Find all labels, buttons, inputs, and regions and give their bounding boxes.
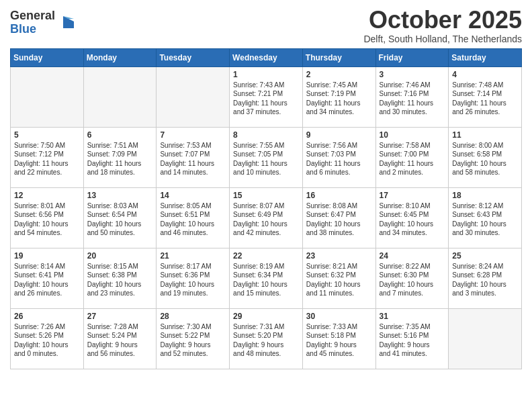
- calendar-cell: 7Sunrise: 7:53 AM Sunset: 7:07 PM Daylig…: [157, 127, 230, 187]
- day-info: Sunrise: 7:50 AM Sunset: 7:12 PM Dayligh…: [14, 141, 80, 177]
- header-thursday: Thursday: [302, 48, 375, 66]
- day-number: 31: [380, 312, 445, 321]
- day-info: Sunrise: 8:05 AM Sunset: 6:51 PM Dayligh…: [160, 201, 226, 238]
- day-info: Sunrise: 7:55 AM Sunset: 7:05 PM Dayligh…: [233, 141, 299, 177]
- calendar-cell: 15Sunrise: 8:07 AM Sunset: 6:49 PM Dayli…: [230, 187, 303, 248]
- day-info: Sunrise: 7:33 AM Sunset: 5:18 PM Dayligh…: [306, 322, 372, 359]
- day-number: 26: [14, 312, 80, 321]
- calendar-table: Sunday Monday Tuesday Wednesday Thursday…: [10, 48, 522, 369]
- calendar-cell: [449, 308, 522, 369]
- calendar-cell: 18Sunrise: 8:12 AM Sunset: 6:43 PM Dayli…: [449, 187, 522, 248]
- calendar-cell: 30Sunrise: 7:33 AM Sunset: 5:18 PM Dayli…: [302, 308, 375, 369]
- day-number: 7: [160, 130, 226, 140]
- day-number: 15: [233, 191, 299, 200]
- calendar-cell: 11Sunrise: 8:00 AM Sunset: 6:58 PM Dayli…: [449, 127, 522, 187]
- day-info: Sunrise: 8:15 AM Sunset: 6:38 PM Dayligh…: [87, 262, 153, 298]
- day-number: 21: [160, 251, 226, 261]
- logo: General Blue: [10, 9, 75, 36]
- header-friday: Friday: [375, 48, 449, 66]
- logo-blue: Blue: [10, 23, 55, 36]
- day-info: Sunrise: 7:46 AM Sunset: 7:16 PM Dayligh…: [380, 81, 445, 117]
- calendar-cell: 17Sunrise: 8:10 AM Sunset: 6:45 PM Dayli…: [375, 187, 449, 248]
- day-info: Sunrise: 8:22 AM Sunset: 6:30 PM Dayligh…: [380, 262, 445, 298]
- calendar-week-4: 26Sunrise: 7:26 AM Sunset: 5:26 PM Dayli…: [11, 308, 522, 369]
- day-number: 2: [306, 70, 372, 79]
- day-info: Sunrise: 7:31 AM Sunset: 5:20 PM Dayligh…: [233, 322, 299, 359]
- calendar-cell: 19Sunrise: 8:14 AM Sunset: 6:41 PM Dayli…: [11, 248, 84, 308]
- day-number: 17: [380, 191, 445, 200]
- day-number: 14: [160, 191, 226, 200]
- day-number: 9: [306, 130, 372, 140]
- page-header: General Blue October 2025 Delft, South H…: [10, 7, 522, 44]
- calendar-cell: 6Sunrise: 7:51 AM Sunset: 7:09 PM Daylig…: [83, 127, 157, 187]
- calendar-cell: 22Sunrise: 8:19 AM Sunset: 6:34 PM Dayli…: [230, 248, 303, 308]
- day-number: 27: [87, 312, 153, 321]
- day-info: Sunrise: 7:51 AM Sunset: 7:09 PM Dayligh…: [87, 141, 153, 177]
- day-info: Sunrise: 8:08 AM Sunset: 6:47 PM Dayligh…: [306, 201, 372, 238]
- day-number: 4: [452, 70, 518, 79]
- day-number: 28: [160, 312, 226, 321]
- day-info: Sunrise: 8:12 AM Sunset: 6:43 PM Dayligh…: [452, 201, 518, 238]
- logo-icon: [56, 13, 75, 32]
- day-info: Sunrise: 7:35 AM Sunset: 5:16 PM Dayligh…: [380, 322, 445, 359]
- day-info: Sunrise: 8:17 AM Sunset: 6:36 PM Dayligh…: [160, 262, 226, 298]
- day-info: Sunrise: 8:21 AM Sunset: 6:32 PM Dayligh…: [306, 262, 372, 298]
- location-subtitle: Delft, South Holland, The Netherlands: [363, 34, 522, 44]
- day-info: Sunrise: 8:24 AM Sunset: 6:28 PM Dayligh…: [452, 262, 518, 298]
- calendar-cell: 8Sunrise: 7:55 AM Sunset: 7:05 PM Daylig…: [230, 127, 303, 187]
- day-info: Sunrise: 8:01 AM Sunset: 6:56 PM Dayligh…: [14, 201, 80, 238]
- day-info: Sunrise: 8:07 AM Sunset: 6:49 PM Dayligh…: [233, 201, 299, 238]
- title-block: October 2025 Delft, South Holland, The N…: [363, 7, 522, 44]
- day-number: 22: [233, 251, 299, 261]
- day-number: 23: [306, 251, 372, 261]
- day-number: 25: [452, 251, 518, 261]
- calendar-cell: 1Sunrise: 7:43 AM Sunset: 7:21 PM Daylig…: [230, 66, 303, 127]
- calendar-cell: 5Sunrise: 7:50 AM Sunset: 7:12 PM Daylig…: [11, 127, 84, 187]
- day-number: 29: [233, 312, 299, 321]
- header-saturday: Saturday: [449, 48, 522, 66]
- day-number: 1: [233, 70, 299, 79]
- calendar-cell: 24Sunrise: 8:22 AM Sunset: 6:30 PM Dayli…: [375, 248, 449, 308]
- day-info: Sunrise: 7:43 AM Sunset: 7:21 PM Dayligh…: [233, 81, 299, 117]
- day-info: Sunrise: 7:28 AM Sunset: 5:24 PM Dayligh…: [87, 322, 153, 359]
- calendar-cell: 20Sunrise: 8:15 AM Sunset: 6:38 PM Dayli…: [83, 248, 157, 308]
- day-number: 3: [380, 70, 445, 79]
- calendar-week-2: 12Sunrise: 8:01 AM Sunset: 6:56 PM Dayli…: [11, 187, 522, 248]
- calendar-cell: 14Sunrise: 8:05 AM Sunset: 6:51 PM Dayli…: [157, 187, 230, 248]
- day-info: Sunrise: 7:30 AM Sunset: 5:22 PM Dayligh…: [160, 322, 226, 359]
- day-info: Sunrise: 8:10 AM Sunset: 6:45 PM Dayligh…: [380, 201, 445, 238]
- day-number: 10: [380, 130, 445, 140]
- logo-text: General Blue: [10, 9, 55, 36]
- day-info: Sunrise: 7:48 AM Sunset: 7:14 PM Dayligh…: [452, 81, 518, 117]
- header-sunday: Sunday: [11, 48, 84, 66]
- day-info: Sunrise: 7:45 AM Sunset: 7:19 PM Dayligh…: [306, 81, 372, 117]
- month-title: October 2025: [363, 7, 522, 34]
- calendar-week-0: 1Sunrise: 7:43 AM Sunset: 7:21 PM Daylig…: [11, 66, 522, 127]
- day-info: Sunrise: 7:56 AM Sunset: 7:03 PM Dayligh…: [306, 141, 372, 177]
- day-number: 20: [87, 251, 153, 261]
- calendar-cell: 16Sunrise: 8:08 AM Sunset: 6:47 PM Dayli…: [302, 187, 375, 248]
- day-number: 6: [87, 130, 153, 140]
- calendar-week-1: 5Sunrise: 7:50 AM Sunset: 7:12 PM Daylig…: [11, 127, 522, 187]
- day-number: 5: [14, 130, 80, 140]
- calendar-cell: 28Sunrise: 7:30 AM Sunset: 5:22 PM Dayli…: [157, 308, 230, 369]
- calendar-week-3: 19Sunrise: 8:14 AM Sunset: 6:41 PM Dayli…: [11, 248, 522, 308]
- calendar-cell: [83, 66, 157, 127]
- day-number: 19: [14, 251, 80, 261]
- calendar-cell: [11, 66, 84, 127]
- calendar-cell: 25Sunrise: 8:24 AM Sunset: 6:28 PM Dayli…: [449, 248, 522, 308]
- day-info: Sunrise: 8:00 AM Sunset: 6:58 PM Dayligh…: [452, 141, 518, 177]
- day-info: Sunrise: 7:26 AM Sunset: 5:26 PM Dayligh…: [14, 322, 80, 359]
- calendar-cell: 13Sunrise: 8:03 AM Sunset: 6:54 PM Dayli…: [83, 187, 157, 248]
- calendar-cell: 23Sunrise: 8:21 AM Sunset: 6:32 PM Dayli…: [302, 248, 375, 308]
- calendar-cell: 12Sunrise: 8:01 AM Sunset: 6:56 PM Dayli…: [11, 187, 84, 248]
- calendar-cell: [157, 66, 230, 127]
- day-info: Sunrise: 8:19 AM Sunset: 6:34 PM Dayligh…: [233, 262, 299, 298]
- header-row: Sunday Monday Tuesday Wednesday Thursday…: [11, 48, 522, 66]
- calendar-cell: 3Sunrise: 7:46 AM Sunset: 7:16 PM Daylig…: [375, 66, 449, 127]
- calendar-cell: 21Sunrise: 8:17 AM Sunset: 6:36 PM Dayli…: [157, 248, 230, 308]
- calendar-cell: 10Sunrise: 7:58 AM Sunset: 7:00 PM Dayli…: [375, 127, 449, 187]
- header-monday: Monday: [83, 48, 157, 66]
- day-number: 16: [306, 191, 372, 200]
- day-number: 18: [452, 191, 518, 200]
